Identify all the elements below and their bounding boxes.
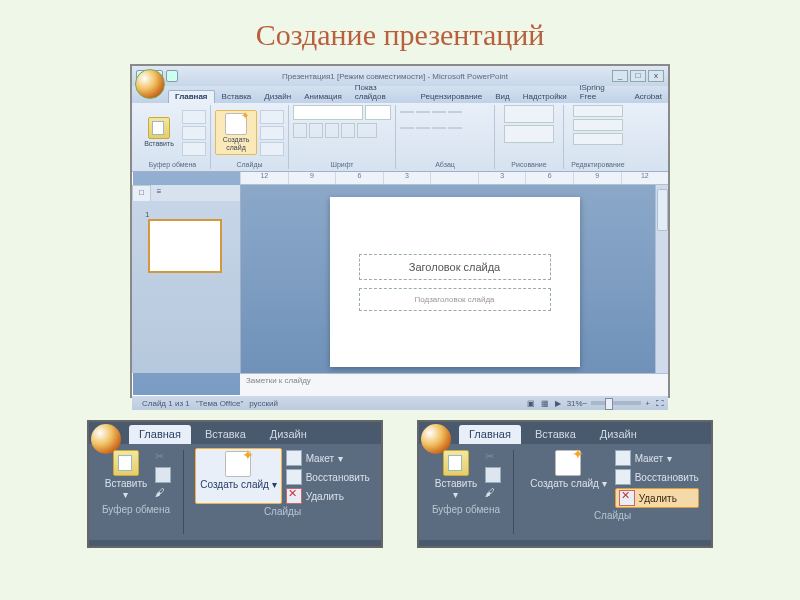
align-right-icon[interactable] <box>432 111 446 113</box>
newslide-button[interactable]: Создать слайд ▾ <box>526 448 610 508</box>
paste-button[interactable]: Вставить▾ <box>101 448 151 502</box>
delete-button[interactable]: Удалить <box>286 488 370 504</box>
arrange-icon[interactable] <box>504 125 554 143</box>
tab-animation[interactable]: Анимация <box>298 91 348 103</box>
zoom-percent[interactable]: 31% <box>567 399 583 408</box>
reset-button[interactable]: Восстановить <box>615 469 699 485</box>
replace-icon[interactable] <box>573 119 623 131</box>
layout-button[interactable]: Макет ▾ <box>286 450 370 466</box>
horizontal-ruler[interactable]: 1296336912 <box>240 172 668 185</box>
format-painter-icon[interactable] <box>485 486 499 500</box>
shadow-icon[interactable] <box>341 123 355 138</box>
tab-design[interactable]: Дизайн <box>590 425 647 444</box>
tab-insert[interactable]: Вставка <box>525 425 586 444</box>
cut-icon[interactable] <box>182 110 206 124</box>
vertical-scrollbar[interactable] <box>655 185 668 373</box>
subtitle-placeholder[interactable]: Подзаголовок слайда <box>359 288 551 311</box>
group-slides-label: Слайды <box>215 160 284 169</box>
fit-icon[interactable]: ⛶ <box>656 399 664 408</box>
paste-button[interactable]: Вставить▾ <box>431 448 481 502</box>
tab-ispring[interactable]: iSpring Free <box>574 82 628 103</box>
delete-button[interactable]: Удалить <box>615 488 699 508</box>
notes-pane[interactable]: Заметки к слайду <box>240 373 668 396</box>
status-language[interactable]: русский <box>249 399 278 408</box>
reset-icon <box>286 469 302 485</box>
align-left-icon[interactable] <box>400 111 414 113</box>
newslide-icon <box>555 450 581 476</box>
slide[interactable]: Заголовок слайда Подзаголовок слайда <box>330 197 580 367</box>
italic-icon[interactable] <box>309 123 323 138</box>
maximize-button[interactable]: □ <box>630 70 646 82</box>
zoom-slider[interactable] <box>591 401 641 405</box>
workspace: □ ≡ 1 Заголовок слайда Подзаголовок слай… <box>132 185 668 373</box>
reset-button[interactable]: Восстановить <box>286 469 370 485</box>
reset-icon[interactable] <box>260 126 284 140</box>
indent-dec-icon[interactable] <box>416 127 430 129</box>
align-center-icon[interactable] <box>416 111 430 113</box>
tab-insert[interactable]: Вставка <box>216 91 258 103</box>
underline-icon[interactable] <box>325 123 339 138</box>
qat-redo-icon[interactable] <box>166 70 178 82</box>
view-sorter-icon[interactable]: ▦ <box>541 399 549 408</box>
status-theme: "Тема Office" <box>196 399 244 408</box>
view-show-icon[interactable]: ▶ <box>555 399 561 408</box>
indent-inc-icon[interactable] <box>432 127 446 129</box>
tab-acrobat[interactable]: Acrobat <box>628 91 668 103</box>
find-icon[interactable] <box>573 105 623 117</box>
newslide-button[interactable]: Создать слайд ▾ <box>195 448 281 504</box>
zoom-out-icon[interactable]: − <box>583 399 588 408</box>
copy-icon[interactable] <box>182 126 206 140</box>
slide-canvas[interactable]: Заголовок слайда Подзаголовок слайда <box>241 185 668 373</box>
paste-button[interactable]: Вставить <box>139 115 179 150</box>
fontcolor-icon[interactable] <box>357 123 377 138</box>
copy-icon[interactable] <box>155 467 171 483</box>
layout-button[interactable]: Макет ▾ <box>615 450 699 466</box>
delete-icon <box>286 488 302 504</box>
tab-design[interactable]: Дизайн <box>260 425 317 444</box>
group-editing: Редактирование <box>564 105 632 169</box>
ribbon-tabs: Главная Вставка Дизайн Анимация Показ сл… <box>132 86 668 103</box>
bullets-icon[interactable] <box>448 111 462 113</box>
group-font: Шрифт <box>289 105 396 169</box>
layout-icon[interactable] <box>260 110 284 124</box>
format-painter-icon[interactable] <box>182 142 206 156</box>
numbering-icon[interactable] <box>400 127 414 129</box>
tab-view[interactable]: Вид <box>489 91 515 103</box>
thumb-number: 1 <box>145 210 149 219</box>
shapes-gallery[interactable] <box>504 105 554 123</box>
tab-insert[interactable]: Вставка <box>195 425 256 444</box>
outline-tab[interactable]: ≡ <box>151 185 168 201</box>
tab-review[interactable]: Рецензирование <box>415 91 489 103</box>
reset-icon <box>615 469 631 485</box>
tab-home[interactable]: Главная <box>168 90 215 103</box>
zoom-in-icon[interactable]: + <box>645 399 650 408</box>
format-painter-icon[interactable] <box>155 486 169 500</box>
paste-icon <box>113 450 139 476</box>
tab-slideshow[interactable]: Показ слайдов <box>349 82 414 103</box>
office-button[interactable] <box>135 69 165 99</box>
minimize-button[interactable]: _ <box>612 70 628 82</box>
slide-thumbnail-1[interactable]: 1 <box>142 207 230 278</box>
newslide-button[interactable]: Создать слайд <box>215 110 257 155</box>
cut-icon[interactable] <box>485 450 499 464</box>
bold-icon[interactable] <box>293 123 307 138</box>
tab-home[interactable]: Главная <box>459 425 521 444</box>
title-placeholder[interactable]: Заголовок слайда <box>359 254 551 280</box>
cut-icon[interactable] <box>155 450 169 464</box>
delete-icon[interactable] <box>260 142 284 156</box>
copy-icon[interactable] <box>485 467 501 483</box>
group-editing-label: Редактирование <box>568 160 628 169</box>
group-clipboard: Вставить Буфер обмена <box>135 105 211 169</box>
slide-panel[interactable]: □ ≡ 1 <box>132 185 241 373</box>
group-drawing-label: Рисование <box>499 160 559 169</box>
tab-addins[interactable]: Надстройки <box>517 91 573 103</box>
tab-design[interactable]: Дизайн <box>258 91 297 103</box>
tab-home[interactable]: Главная <box>129 425 191 444</box>
group-font-label: Шрифт <box>293 160 391 169</box>
select-icon[interactable] <box>573 133 623 145</box>
thumbnails-tab[interactable]: □ <box>132 185 151 201</box>
thumb-preview[interactable] <box>148 219 222 273</box>
lineheight-icon[interactable] <box>448 127 462 129</box>
view-normal-icon[interactable]: ▣ <box>527 399 535 408</box>
close-button[interactable]: x <box>648 70 664 82</box>
